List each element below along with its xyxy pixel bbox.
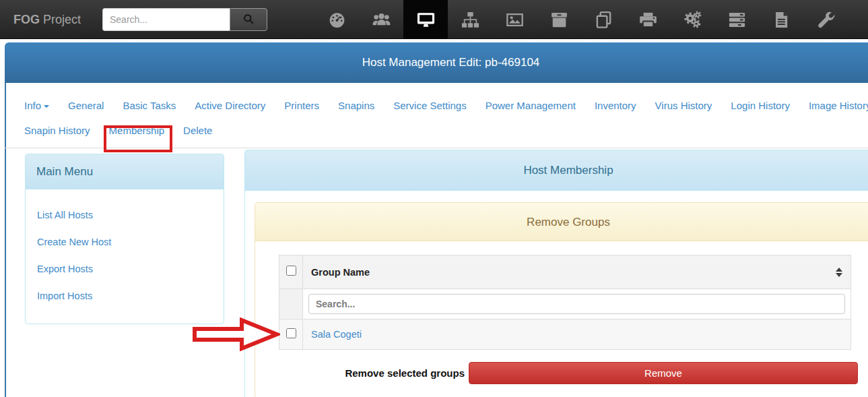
sidebar-title: Main Menu xyxy=(26,154,224,189)
remove-groups-panel: Remove Groups Group Name xyxy=(255,202,868,397)
nav-item-printer-management[interactable] xyxy=(626,0,670,39)
tab-info[interactable]: Info xyxy=(15,93,59,118)
row-checkbox[interactable] xyxy=(286,328,296,338)
wrench-icon xyxy=(816,10,836,30)
tab-row-1: Info General Basic Tasks Active Director… xyxy=(15,93,868,118)
nav-item-task-management[interactable] xyxy=(714,0,759,39)
image-picture-icon xyxy=(505,10,525,30)
sidebar-main-menu: Main Menu List All Hosts Create New Host… xyxy=(25,154,224,324)
group-name-header-label: Group Name xyxy=(311,267,370,278)
nav-item-user-management[interactable] xyxy=(359,0,403,39)
table-filter-row xyxy=(279,289,851,319)
tab-info-label: Info xyxy=(24,100,41,111)
sitemap-tree-icon xyxy=(461,10,480,30)
search-icon xyxy=(242,12,255,28)
tab-virus-history[interactable]: Virus History xyxy=(646,93,722,118)
tab-general[interactable]: General xyxy=(59,93,113,118)
top-navbar: FOG Project xyxy=(0,0,868,39)
group-filter-input[interactable] xyxy=(308,294,845,314)
nav-item-service-configuration[interactable] xyxy=(670,0,714,39)
brand-bold: FOG xyxy=(13,13,40,26)
sidebar-item-import-hosts[interactable]: Import Hosts xyxy=(26,282,224,309)
tab-snapin-history[interactable]: Snapin History xyxy=(15,118,100,143)
tab-bar: Info General Basic Tasks Active Director… xyxy=(15,93,868,143)
nav-item-fog-configuration[interactable] xyxy=(803,0,848,39)
sidebar-body: List All Hosts Create New Host Export Ho… xyxy=(26,189,224,309)
tab-printers[interactable]: Printers xyxy=(275,93,329,118)
nav-item-group-management[interactable] xyxy=(448,0,492,39)
host-display-icon xyxy=(416,10,436,30)
brand-link[interactable]: FOG Project xyxy=(13,0,81,39)
storage-archive-box-icon xyxy=(549,10,569,30)
sidebar-item-create-new-host[interactable]: Create New Host xyxy=(26,228,224,255)
select-all-checkbox[interactable] xyxy=(286,266,296,276)
page: FOG Project xyxy=(0,0,868,397)
printer-icon xyxy=(638,10,658,30)
tab-delete[interactable]: Delete xyxy=(174,118,222,143)
snapin-copy-icon xyxy=(594,10,613,30)
host-membership-title: Host Membership xyxy=(245,150,868,191)
search-button[interactable] xyxy=(230,8,267,31)
remove-selected-label: Remove selected groups xyxy=(279,367,469,379)
group-link[interactable]: Sala Cogeti xyxy=(311,329,362,340)
tab-basic-tasks[interactable]: Basic Tasks xyxy=(113,93,185,118)
navbar-icon-menu xyxy=(314,0,848,39)
sidebar-item-list-all-hosts[interactable]: List All Hosts xyxy=(26,202,224,228)
tab-snapins[interactable]: Snapins xyxy=(329,93,384,118)
gears-icon xyxy=(683,10,702,30)
tab-image-history[interactable]: Image History xyxy=(799,93,868,118)
nav-item-host-management[interactable] xyxy=(403,0,448,39)
sidebar-item-export-hosts[interactable]: Export Hosts xyxy=(26,255,224,282)
host-membership-panel: Host Membership Remove Groups xyxy=(244,150,868,397)
navbar-search xyxy=(102,8,267,31)
brand-rest: Project xyxy=(40,13,81,26)
search-input[interactable] xyxy=(102,8,230,31)
column-header-group-name: Group Name xyxy=(303,255,851,289)
page-title: Host Management Edit: pb-469104 xyxy=(5,42,868,83)
tab-login-history[interactable]: Login History xyxy=(721,93,799,118)
outer-panel-left-border xyxy=(5,83,6,397)
tabs-divider xyxy=(5,148,868,148)
nav-item-snapin-management[interactable] xyxy=(581,0,626,39)
report-document-icon xyxy=(772,10,791,30)
remove-button[interactable]: Remove xyxy=(469,362,858,384)
host-membership-body: Remove Groups Group Name xyxy=(245,191,868,397)
tasks-server-icon xyxy=(727,10,747,30)
table-row: Sala Cogeti xyxy=(279,319,851,350)
nav-item-image-management[interactable] xyxy=(492,0,537,39)
remove-groups-title: Remove Groups xyxy=(255,203,868,241)
tab-active-directory[interactable]: Active Directory xyxy=(185,93,275,118)
chevron-down-icon xyxy=(44,105,49,108)
nav-item-dashboard[interactable] xyxy=(314,0,359,39)
dashboard-gauge-icon xyxy=(327,10,347,30)
remove-groups-footer: Remove selected groups Remove xyxy=(279,362,858,384)
tab-membership[interactable]: Membership xyxy=(100,118,174,143)
tab-service-settings[interactable]: Service Settings xyxy=(384,93,475,118)
filter-empty-cell xyxy=(279,289,303,319)
sort-icon[interactable] xyxy=(836,268,842,277)
row-checkbox-cell xyxy=(279,319,303,350)
remove-groups-body: Group Name xyxy=(255,241,868,397)
tab-power-management[interactable]: Power Management xyxy=(476,93,585,118)
table-header-row: Group Name xyxy=(279,255,851,289)
nav-item-storage-management[interactable] xyxy=(537,0,581,39)
nav-item-report-management[interactable] xyxy=(759,0,803,39)
groups-table: Group Name xyxy=(279,255,851,350)
users-group-icon xyxy=(372,10,391,30)
tab-inventory[interactable]: Inventory xyxy=(585,93,646,118)
select-all-cell xyxy=(279,255,303,289)
tab-row-2: Snapin History Membership Delete xyxy=(15,118,868,143)
